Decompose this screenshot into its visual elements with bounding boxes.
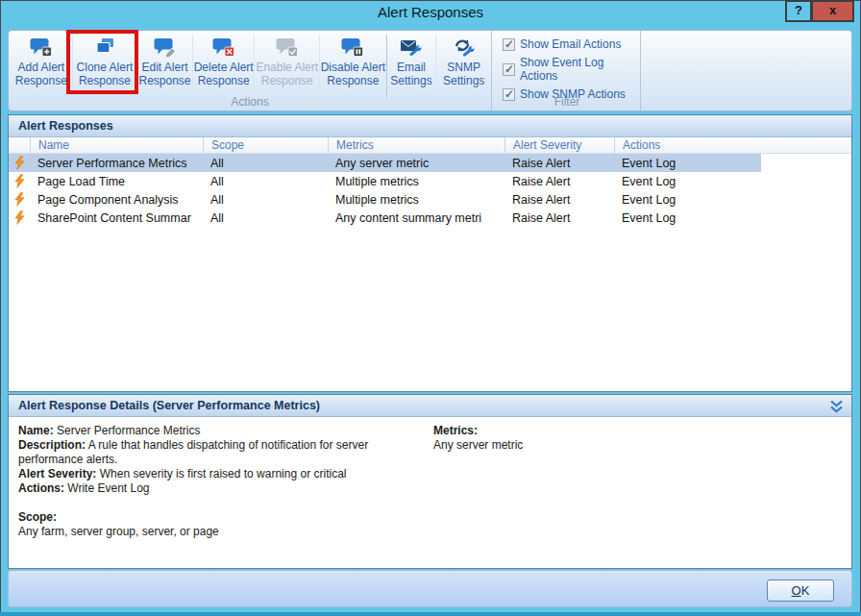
delete-alert-icon — [212, 37, 235, 62]
row-actions: Event Log — [614, 157, 761, 170]
checkbox-checked-icon — [503, 63, 515, 76]
close-button[interactable]: x — [811, 0, 854, 22]
titlebar: Alert Responses ? x — [0, 0, 861, 29]
button-label: Response — [137, 75, 192, 88]
button-label: Delete Alert — [193, 62, 255, 75]
row-metrics: Any content summary metri — [328, 211, 504, 225]
button-label: Settings — [436, 75, 491, 88]
row-name: Page Component Analysis — [30, 193, 203, 207]
column-header-metrics[interactable]: Metrics — [328, 137, 504, 153]
button-label: Add Alert — [11, 62, 72, 75]
button-label: Response — [320, 75, 386, 88]
table-column-headers: Name Scope Metrics Alert Severity Action… — [9, 137, 851, 154]
row-actions: Event Log — [614, 193, 761, 207]
button-label: Edit Alert — [137, 62, 192, 75]
alert-response-details-panel: Alert Response Details (Server Performan… — [8, 394, 852, 569]
alert-responses-panel: Alert Responses Name Scope Metrics Alert… — [8, 114, 852, 392]
row-scope: All — [203, 211, 328, 225]
detail-field: Name: Server Performance Metrics — [18, 424, 431, 438]
disable-alert-icon — [341, 37, 364, 62]
help-button[interactable]: ? — [785, 0, 812, 22]
row-name: Server Performance Metrics — [30, 157, 203, 170]
filter-group: Show Email Actions Show Event Log Action… — [494, 31, 641, 111]
checkbox-label: Show Event Log Actions — [520, 56, 640, 83]
row-metrics: Multiple metrics — [328, 193, 504, 207]
button-label: Email — [387, 62, 436, 75]
checkbox-label: Show Email Actions — [520, 37, 621, 51]
alert-responses-dialog: Alert Responses ? x Add Alert Response — [0, 0, 861, 616]
snmp-settings-button[interactable]: SNMP Settings — [435, 35, 491, 98]
button-label: Settings — [387, 75, 436, 88]
icon-column-header — [9, 137, 30, 153]
detail-field: Description: A rule that handles dispatc… — [18, 438, 431, 467]
detail-field-scope: Scope: Any farm, server group, server, o… — [18, 510, 431, 539]
row-name: Page Load Time — [30, 175, 203, 188]
enable-alert-icon — [276, 37, 299, 62]
details-right-column: Metrics: Any server metric — [433, 424, 741, 453]
row-severity: Raise Alert — [504, 175, 614, 188]
edit-alert-response-button[interactable]: Edit Alert Response — [136, 35, 192, 98]
row-severity: Raise Alert — [504, 193, 614, 207]
checkbox-show-email-actions[interactable]: Show Email Actions — [503, 37, 640, 51]
button-label: Response — [193, 75, 255, 88]
add-alert-response-button[interactable]: Add Alert Response — [11, 35, 72, 98]
row-actions: Event Log — [614, 211, 761, 225]
checkbox-checked-icon — [503, 38, 515, 51]
add-alert-icon — [30, 37, 53, 62]
list-panel-title: Alert Responses — [9, 115, 851, 137]
row-severity: Raise Alert — [504, 211, 614, 225]
table-row[interactable]: Server Performance Metrics All Any serve… — [9, 154, 761, 172]
column-header-scope[interactable]: Scope — [203, 137, 328, 153]
alert-bolt-icon — [9, 174, 30, 188]
alert-bolt-icon — [9, 210, 30, 225]
column-header-alert-severity[interactable]: Alert Severity — [504, 137, 614, 153]
column-header-name[interactable]: Name — [30, 137, 203, 153]
button-label: Response — [255, 75, 319, 88]
filter-group-label: Filter — [494, 95, 640, 109]
button-label: Response — [11, 75, 72, 88]
checkbox-show-event-log-actions[interactable]: Show Event Log Actions — [503, 56, 640, 83]
table-row[interactable]: SharePoint Content Summar All Any conten… — [9, 209, 761, 227]
row-name: SharePoint Content Summar — [30, 211, 203, 225]
table-row[interactable]: Page Load Time All Multiple metrics Rais… — [9, 172, 761, 190]
alert-bolt-icon — [9, 156, 30, 170]
email-settings-icon — [400, 37, 423, 61]
email-settings-button[interactable]: Email Settings — [386, 35, 436, 98]
detail-field: Actions: Write Event Log — [18, 481, 431, 496]
enable-alert-response-button: Enable Alert Response — [254, 35, 319, 98]
snmp-settings-icon — [453, 37, 476, 61]
details-panel-title: Alert Response Details (Server Performan… — [18, 399, 320, 412]
row-metrics: Any server metric — [328, 157, 504, 170]
row-metrics: Multiple metrics — [328, 175, 504, 188]
window-title: Alert Responses — [0, 4, 861, 20]
ok-button[interactable]: OK — [767, 579, 834, 602]
button-label: Enable Alert — [255, 62, 319, 75]
button-label: SNMP — [436, 62, 491, 75]
button-label: Disable Alert — [320, 62, 386, 75]
actions-group-label: Actions — [9, 95, 491, 109]
window-bottom-edge — [0, 612, 861, 616]
details-left-column: Name: Server Performance Metrics Descrip… — [18, 424, 431, 539]
table-row[interactable]: Page Component Analysis All Multiple met… — [9, 190, 761, 209]
row-severity: Raise Alert — [504, 157, 614, 170]
row-scope: All — [203, 193, 328, 207]
row-scope: All — [203, 157, 328, 170]
column-header-actions[interactable]: Actions — [614, 137, 761, 153]
alert-bolt-icon — [9, 192, 30, 207]
row-actions: Event Log — [614, 175, 761, 188]
delete-alert-response-button[interactable]: Delete Alert Response — [192, 35, 255, 98]
detail-field-metrics: Metrics: — [433, 424, 741, 438]
footer-bar: OK — [8, 570, 852, 607]
highlight-box-clone-button — [66, 30, 138, 94]
row-scope: All — [203, 175, 328, 188]
edit-alert-icon — [154, 37, 177, 62]
detail-field: Alert Severity: When severity is first r… — [18, 467, 431, 481]
disable-alert-response-button[interactable]: Disable Alert Response — [319, 35, 386, 98]
